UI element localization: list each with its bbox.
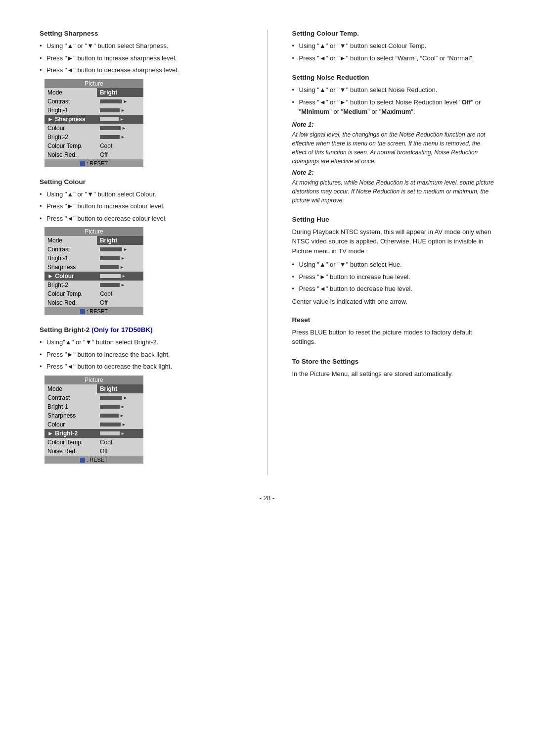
bright2-bullet-2: Press "►" button to increase the back li… bbox=[40, 350, 242, 360]
bright2-row-sharpness: Sharpness ► bbox=[44, 411, 143, 420]
mode-label: Mode bbox=[44, 88, 97, 97]
colour-temp-bullets: Using "▲" or "▼" button select Colour Te… bbox=[292, 41, 495, 63]
section-sharpness: Setting Sharpness Using "▲" or "▼" butto… bbox=[40, 30, 242, 167]
sharpness-bullets: Using "▲" or "▼" button select Sharpness… bbox=[40, 41, 242, 75]
note2-text: At moving pictures, while Noise Reductio… bbox=[292, 178, 495, 205]
store-title: To Store the Settings bbox=[292, 358, 495, 365]
bright2-bullet-1: Using"▲" or "▼" button select Bright-2. bbox=[40, 337, 242, 347]
colour-temp-bullet-2: Press "◄" or "►" button to select “Warm”… bbox=[292, 53, 495, 63]
section-colour-temp: Setting Colour Temp. Using "▲" or "▼" bu… bbox=[292, 30, 495, 63]
colour-row-noisered: Noise Red. Off bbox=[44, 298, 143, 307]
sharpness-title: Setting Sharpness bbox=[40, 30, 242, 37]
note1-label: Note 1: bbox=[292, 121, 495, 128]
section-noise-reduction: Setting Noise Reduction Using "▲" or "▼"… bbox=[292, 74, 495, 205]
right-column: Setting Colour Temp. Using "▲" or "▼" bu… bbox=[292, 30, 495, 474]
section-hue: Setting Hue During Playback NTSC system,… bbox=[292, 216, 495, 305]
bright2-row-noisered: Noise Red. Off bbox=[44, 447, 143, 456]
colour-row-bright2: Bright-2 ► bbox=[44, 281, 143, 289]
bright2-only-label: (Only for 17D50BK) bbox=[91, 326, 153, 333]
colour-temp-bullet-1: Using "▲" or "▼" button select Colour Te… bbox=[292, 41, 495, 51]
bright2-title: Setting Bright-2 (Only for 17D50BK) bbox=[40, 326, 242, 333]
colour-bullet-2: Press "►" button to increase colour leve… bbox=[40, 201, 242, 211]
colour-table-reset: : RESET bbox=[44, 307, 143, 315]
sharpness-table: Picture Mode Bright Contrast ► Bright-1 … bbox=[44, 79, 143, 167]
section-colour: Setting Colour Using "▲" or "▼" button s… bbox=[40, 178, 242, 316]
table-row-sharpness-hl: ► Sharpness ► bbox=[44, 115, 143, 124]
colour-table-mode: Mode Bright bbox=[44, 236, 143, 245]
colour-temp-title: Setting Colour Temp. bbox=[292, 30, 495, 37]
noise-bullet-2: Press "◄" or "►" button to select Noise … bbox=[292, 97, 495, 117]
colour-bullet-1: Using "▲" or "▼" button select Colour. bbox=[40, 189, 242, 199]
section-bright2: Setting Bright-2 (Only for 17D50BK) Usin… bbox=[40, 326, 242, 464]
colour-table-header: Picture bbox=[44, 227, 143, 236]
reset-text: Press BLUE button to reset the picture m… bbox=[292, 328, 495, 347]
bright2-title-plain: Setting Bright-2 bbox=[40, 326, 91, 333]
colour-bullet-3: Press "◄" button to decrease colour leve… bbox=[40, 214, 242, 224]
colour-row-bright1: Bright-1 ► bbox=[44, 254, 143, 263]
hue-center-note: Center value is indicated with one arrow… bbox=[292, 298, 495, 305]
noise-reduction-title: Setting Noise Reduction bbox=[292, 74, 495, 81]
table-row-bright2: Bright-2 ► bbox=[44, 133, 143, 142]
sharpness-table-header: Picture bbox=[44, 79, 143, 88]
hue-bullet-1: Using "▲" or "▼" button select Hue. bbox=[292, 260, 495, 270]
sharpness-bullet-2: Press "►" button to increase sharpness l… bbox=[40, 53, 242, 63]
bright2-table-header: Picture bbox=[44, 376, 143, 384]
note1-text: At low signal level, the changings on th… bbox=[292, 130, 495, 166]
table-row-colourtemp: Colour Temp. Cool bbox=[44, 142, 143, 150]
colour-row-colourtemp: Colour Temp. Cool bbox=[44, 289, 143, 298]
note2-label: Note 2: bbox=[292, 169, 495, 176]
hue-bullet-2: Press "►" button to increase hue level. bbox=[292, 272, 495, 282]
table-row-reset: : RESET bbox=[44, 159, 143, 167]
store-text: In the Picture Menu, all settings are st… bbox=[292, 369, 495, 379]
noise-bullet-1: Using "▲" or "▼" button select Noise Red… bbox=[292, 85, 495, 95]
colour-table: Picture Mode Bright Contrast ► Bright-1 … bbox=[44, 227, 143, 315]
reset-title: Reset bbox=[292, 316, 495, 324]
bright2-row-bright2-hl: ► Bright-2 ► bbox=[44, 429, 143, 438]
colour-bullets: Using "▲" or "▼" button select Colour. P… bbox=[40, 189, 242, 224]
column-divider bbox=[267, 30, 267, 474]
sharpness-bullet-1: Using "▲" or "▼" button select Sharpness… bbox=[40, 41, 242, 51]
hue-intro: During Playback NTSC system, this will a… bbox=[292, 227, 495, 256]
bright2-row-colour: Colour ► bbox=[44, 420, 143, 429]
section-store: To Store the Settings In the Picture Men… bbox=[292, 358, 495, 379]
bright2-bullets: Using"▲" or "▼" button select Bright-2. … bbox=[40, 337, 242, 372]
colour-row-colour-hl: ► Colour ► bbox=[44, 272, 143, 281]
hue-bullets: Using "▲" or "▼" button select Hue. Pres… bbox=[292, 260, 495, 294]
table-row-noisered: Noise Red. Off bbox=[44, 150, 143, 159]
colour-row-sharpness: Sharpness ► bbox=[44, 263, 143, 272]
bright2-row-contrast: Contrast ► bbox=[44, 393, 143, 402]
table-row-contrast: Contrast ► bbox=[44, 97, 143, 106]
table-row-mode: Mode Bright bbox=[44, 88, 143, 97]
bright2-table-reset: : RESET bbox=[44, 456, 143, 464]
noise-reduction-bullets: Using "▲" or "▼" button select Noise Red… bbox=[292, 85, 495, 117]
hue-bullet-3: Press "◄" button to decrease hue level. bbox=[292, 284, 495, 294]
colour-row-contrast: Contrast ► bbox=[44, 245, 143, 254]
section-reset: Reset Press BLUE button to reset the pic… bbox=[292, 316, 495, 347]
hue-title: Setting Hue bbox=[292, 216, 495, 223]
bright2-table-mode: Mode Bright bbox=[44, 384, 143, 393]
table-row-bright1: Bright-1 ► bbox=[44, 106, 143, 115]
sharpness-bullet-3: Press "◄" button to decrease sharpness l… bbox=[40, 65, 242, 75]
table-row-colour: Colour ► bbox=[44, 124, 143, 133]
bright2-bullet-3: Press "◄" button to decrease the back li… bbox=[40, 362, 242, 372]
left-column: Setting Sharpness Using "▲" or "▼" butto… bbox=[40, 30, 242, 474]
bright2-row-colourtemp: Colour Temp. Cool bbox=[44, 438, 143, 447]
page-number: - 28 - bbox=[40, 494, 494, 502]
mode-value: Bright bbox=[97, 88, 143, 97]
page-content: Setting Sharpness Using "▲" or "▼" butto… bbox=[40, 30, 494, 474]
bright2-table: Picture Mode Bright Contrast ► Bright-1 … bbox=[44, 376, 143, 464]
colour-title: Setting Colour bbox=[40, 178, 242, 186]
bright2-row-bright1: Bright-1 ► bbox=[44, 402, 143, 411]
